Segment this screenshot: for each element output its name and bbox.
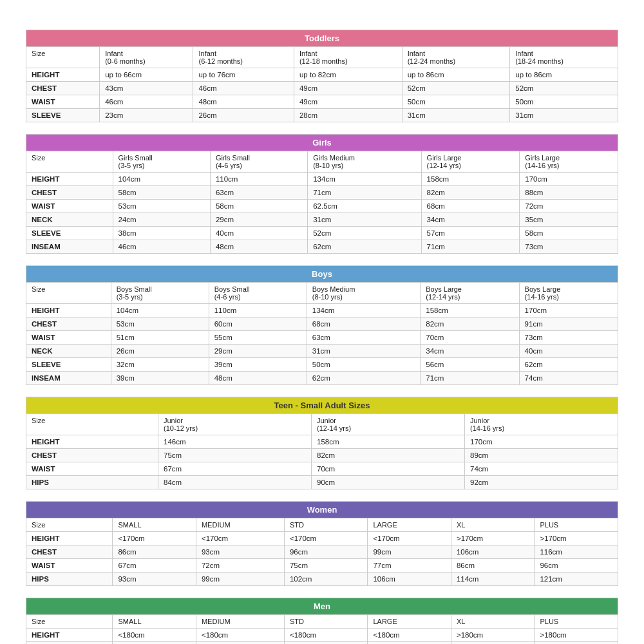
girls-cell-5-1: 46cm <box>113 240 210 254</box>
toddlers-col-header-1: Infant (0-6 months) <box>100 47 193 68</box>
section-girls: GirlsSizeGirls Small (3-5 yrs)Girls Smal… <box>26 134 618 254</box>
toddlers-cell-1-4: 52cm <box>402 82 510 95</box>
teen-col-header-2: Junior (12-14 yrs) <box>311 414 464 435</box>
men-cell-0-3: <180cm <box>284 629 368 642</box>
toddlers-col-header-2: Infant (6-12 months) <box>193 47 294 68</box>
boys-col-header-1: Boys Small (3-5 yrs) <box>111 283 209 304</box>
women-cell-3-5: 114cm <box>451 573 535 586</box>
girls-col-header-0: Size <box>26 151 113 173</box>
girls-cell-5-3: 62cm <box>308 240 421 254</box>
boys-cell-0-3: 134cm <box>307 304 421 317</box>
women-cell-0-1: <170cm <box>113 532 196 545</box>
toddlers-cell-1-2: 46cm <box>193 82 294 95</box>
boys-cell-1-5: 91cm <box>519 317 618 331</box>
men-col-header-1: SMALL <box>113 615 196 629</box>
boys-cell-5-1: 39cm <box>111 372 209 385</box>
toddlers-col-header-4: Infant (12-24 months) <box>402 47 510 68</box>
girls-cell-0-5: 170cm <box>520 173 618 186</box>
toddlers-cell-0-0: HEIGHT <box>26 68 100 82</box>
men-cell-0-4: <180cm <box>368 629 451 642</box>
toddlers-cell-3-5: 31cm <box>510 109 618 122</box>
girls-cell-5-4: 71cm <box>421 240 520 254</box>
girls-cell-0-0: HEIGHT <box>26 173 113 186</box>
men-cell-1-4: 116cm <box>368 642 451 645</box>
teen-cell-2-2: 70cm <box>311 462 464 476</box>
teen-cell-3-0: HIPS <box>26 476 158 489</box>
boys-col-header-3: Boys Medium (8-10 yrs) <box>307 283 421 304</box>
boys-col-header-5: Boys Large (14-16 yrs) <box>519 283 618 304</box>
girls-cell-2-1: 53cm <box>113 200 210 213</box>
men-col-header-6: PLUS <box>535 615 618 629</box>
boys-cell-3-0: NECK <box>26 345 111 358</box>
women-cell-3-2: 99cm <box>196 573 284 586</box>
section-boys: BoysSizeBoys Small (3-5 yrs)Boys Small (… <box>26 265 618 385</box>
teen-col-header-3: Junior (14-16 yrs) <box>464 414 618 435</box>
boys-cell-0-5: 170cm <box>519 304 618 317</box>
girls-header: Girls <box>26 135 618 151</box>
women-cell-0-3: <170cm <box>284 532 368 545</box>
men-col-header-3: STD <box>284 615 368 629</box>
teen-cell-1-2: 82cm <box>311 449 464 462</box>
women-cell-1-0: CHEST <box>26 545 113 559</box>
teen-cell-1-0: CHEST <box>26 449 158 462</box>
boys-cell-4-2: 39cm <box>209 358 307 372</box>
women-col-header-2: MEDIUM <box>196 518 284 532</box>
section-men: MenSizeSMALLMEDIUMSTDLARGEXLPLUSHEIGHT<1… <box>26 598 618 644</box>
men-header: Men <box>26 598 618 615</box>
women-col-header-1: SMALL <box>113 518 196 532</box>
section-teen: Teen - Small Adult SizesSizeJunior (10-1… <box>26 397 618 489</box>
girls-col-header-2: Girls Small (4-6 yrs) <box>210 151 307 173</box>
men-cell-0-2: <180cm <box>196 629 284 642</box>
women-cell-0-4: <170cm <box>368 532 451 545</box>
teen-cell-1-3: 89cm <box>464 449 618 462</box>
boys-cell-5-3: 62cm <box>307 372 421 385</box>
girls-col-header-1: Girls Small (3-5 yrs) <box>113 151 210 173</box>
boys-cell-0-4: 158cm <box>421 304 519 317</box>
boys-header: Boys <box>26 266 618 283</box>
girls-cell-4-0: SLEEVE <box>26 227 113 240</box>
girls-cell-5-5: 73cm <box>520 240 618 254</box>
teen-cell-0-1: 146cm <box>158 435 311 449</box>
boys-cell-0-2: 110cm <box>209 304 307 317</box>
boys-cell-2-2: 55cm <box>209 331 307 345</box>
women-cell-0-0: HEIGHT <box>26 532 113 545</box>
toddlers-cell-3-4: 31cm <box>402 109 510 122</box>
toddlers-header: Toddlers <box>26 30 618 47</box>
girls-cell-3-0: NECK <box>26 213 113 227</box>
teen-cell-0-3: 170cm <box>464 435 618 449</box>
boys-cell-5-2: 48cm <box>209 372 307 385</box>
women-cell-2-4: 77cm <box>368 559 451 573</box>
boys-cell-1-3: 68cm <box>307 317 421 331</box>
teen-header: Teen - Small Adult Sizes <box>26 397 618 414</box>
women-cell-0-6: >170cm <box>535 532 618 545</box>
women-cell-2-3: 75cm <box>284 559 368 573</box>
women-cell-2-5: 86cm <box>451 559 535 573</box>
boys-cell-1-4: 82cm <box>421 317 519 331</box>
girls-cell-2-4: 68cm <box>421 200 520 213</box>
men-col-header-4: LARGE <box>368 615 451 629</box>
women-cell-3-0: HIPS <box>26 573 113 586</box>
men-cell-1-5: 127cm <box>451 642 535 645</box>
boys-cell-5-4: 71cm <box>421 372 519 385</box>
toddlers-col-header-5: Infant (18-24 months) <box>510 47 618 68</box>
girls-cell-1-0: CHEST <box>26 186 113 200</box>
teen-cell-3-2: 90cm <box>311 476 464 489</box>
boys-cell-1-0: CHEST <box>26 317 111 331</box>
men-cell-0-5: >180cm <box>451 629 535 642</box>
girls-cell-1-2: 63cm <box>210 186 307 200</box>
toddlers-col-header-0: Size <box>26 47 100 68</box>
men-cell-1-3: 111cm <box>284 642 368 645</box>
women-cell-2-2: 72cm <box>196 559 284 573</box>
men-cell-1-0: CHEST <box>26 642 113 645</box>
women-col-header-3: STD <box>284 518 368 532</box>
toddlers-cell-0-2: up to 76cm <box>193 68 294 82</box>
section-toddlers: ToddlersSizeInfant (0-6 months)Infant (6… <box>26 30 618 122</box>
women-cell-0-5: >170cm <box>451 532 535 545</box>
women-cell-3-3: 102cm <box>284 573 368 586</box>
boys-cell-2-0: WAIST <box>26 331 111 345</box>
girls-col-header-3: Girls Medium (8-10 yrs) <box>308 151 421 173</box>
teen-cell-0-0: HEIGHT <box>26 435 158 449</box>
boys-cell-5-5: 74cm <box>519 372 618 385</box>
women-cell-0-2: <170cm <box>196 532 284 545</box>
toddlers-cell-3-1: 23cm <box>100 109 193 122</box>
